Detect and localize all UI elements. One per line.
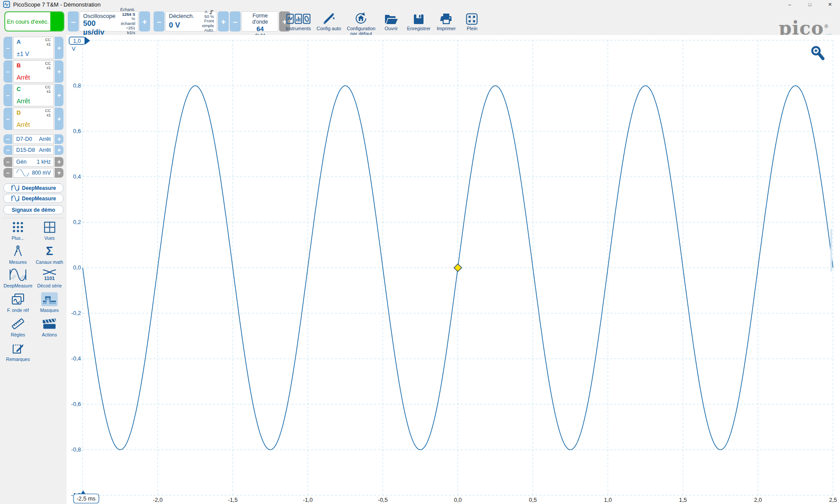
y-axis-scale-flag[interactable]: 1,0 bbox=[69, 37, 90, 45]
run-stop-button[interactable]: En cours d'exéc. bbox=[4, 11, 64, 32]
d15-d8-minus-button[interactable]: – bbox=[4, 145, 12, 155]
demo-signals-button[interactable]: Signaux de démo bbox=[4, 205, 63, 214]
home-reset-icon bbox=[354, 12, 368, 25]
channel-b-card[interactable]: B CCx1 Arrêt bbox=[13, 60, 54, 83]
svg-text:1,0: 1,0 bbox=[73, 38, 80, 44]
timebase-panel[interactable]: Oscilloscope 500 µs/div Échanti. 1254 S … bbox=[80, 11, 138, 32]
waveform-view[interactable]: 0,80,60,40,20,0-0,2-0,4-0,6-0,8-1,0-2,0-… bbox=[66, 35, 840, 504]
x-tick-label: -0,5 bbox=[378, 497, 388, 503]
channel-a-minus-button[interactable]: – bbox=[4, 37, 12, 59]
rulers-button[interactable]: Règles bbox=[4, 317, 32, 337]
x-axis-time-tag[interactable]: -2,5 ms bbox=[74, 494, 99, 503]
close-button[interactable]: ✕ bbox=[820, 0, 840, 9]
math-channels-button[interactable]: Σ Canaux math bbox=[34, 244, 65, 265]
channel-b-panel: – B CCx1 Arrêt + bbox=[4, 60, 63, 83]
timebase-increase-button[interactable]: + bbox=[139, 11, 150, 32]
trigger-group: – Déclench. 0 V A 50 % Front simple Auto… bbox=[154, 11, 229, 32]
sigma-icon: Σ bbox=[46, 245, 53, 257]
channel-a-card[interactable]: A CCx1 ±1 V bbox=[13, 37, 54, 59]
x-tick-label: 2,0 bbox=[754, 497, 762, 503]
fullscreen-button[interactable]: Plein bbox=[460, 11, 484, 36]
x-tick-label: 1,0 bbox=[604, 497, 612, 503]
trigger-level-value: 0 V bbox=[169, 21, 194, 30]
channel-d-card[interactable]: D CCx1 Arrêt bbox=[13, 108, 54, 130]
d15-d8-status: Arrêt bbox=[39, 147, 51, 153]
svg-text:1101: 1101 bbox=[44, 276, 55, 281]
magic-wand-icon bbox=[323, 13, 335, 25]
channel-b-plus-button[interactable]: + bbox=[55, 60, 63, 83]
channel-b-minus-button[interactable]: – bbox=[4, 60, 12, 83]
timebase-decrease-button[interactable]: – bbox=[68, 11, 79, 32]
gen-frequency-plus-button[interactable]: + bbox=[55, 157, 63, 167]
run-indicator[interactable] bbox=[50, 12, 63, 31]
trigger-decrease-button[interactable]: – bbox=[154, 11, 164, 32]
y-tick-label: 0,4 bbox=[73, 173, 81, 180]
channel-c-card[interactable]: C CCx1 Arrêt bbox=[13, 84, 54, 106]
views-button[interactable]: Vues bbox=[34, 220, 65, 241]
default-setup-button[interactable]: Configurationpar défaut bbox=[345, 11, 378, 36]
picoscope-app-icon bbox=[3, 1, 10, 8]
d15-d8-plus-button[interactable]: + bbox=[55, 145, 63, 155]
generator-frequency: 1 kHz bbox=[37, 159, 51, 165]
generator-frequency-panel: – Gén 1 kHz + bbox=[4, 157, 63, 167]
sampling-info: Échanti. 1254 S % échantil ~251 kS/s bbox=[116, 13, 135, 30]
maximize-button[interactable]: □ bbox=[800, 0, 820, 9]
masks-button[interactable]: Masques bbox=[34, 292, 65, 313]
zoom-in-icon[interactable] bbox=[810, 45, 825, 62]
ruler-icon bbox=[11, 317, 24, 330]
run-status-label: En cours d'exéc. bbox=[5, 12, 50, 31]
deepmeasure-icon bbox=[11, 185, 20, 191]
gen-amplitude-minus-button[interactable]: – bbox=[4, 168, 12, 178]
window-title: PicoScope 7 T&M - Démonstration bbox=[13, 1, 101, 8]
waveform-previous-button[interactable]: – bbox=[230, 11, 241, 32]
open-button[interactable]: Ouvrir bbox=[379, 11, 403, 36]
d15-d8-card[interactable]: D15-D8 Arrêt bbox=[13, 145, 54, 155]
d7-d0-card[interactable]: D7-D0 Arrêt bbox=[13, 134, 54, 144]
d7-d0-minus-button[interactable]: – bbox=[4, 134, 12, 144]
save-button[interactable]: Enregistrer bbox=[405, 11, 433, 36]
deepmeasure-tool-button[interactable]: DeepMeasure bbox=[4, 268, 32, 288]
channel-a-panel: – A CCx1 ±1 V + bbox=[4, 37, 63, 59]
deepmeasure-button-2[interactable]: DeepMeasure bbox=[4, 194, 63, 203]
auto-setup-button[interactable]: Config auto bbox=[314, 11, 343, 36]
instruments-button[interactable]: Instruments bbox=[284, 11, 313, 36]
printer-icon bbox=[440, 13, 452, 25]
y-tick-label: -0,2 bbox=[71, 310, 81, 316]
print-button[interactable]: Imprimer bbox=[434, 11, 458, 36]
trigger-panel[interactable]: Déclench. 0 V A 50 % Front simple Auto. bbox=[165, 11, 217, 32]
minimize-button[interactable]: – bbox=[780, 0, 800, 9]
channel-c-minus-button[interactable]: – bbox=[4, 84, 12, 106]
serial-decoding-button[interactable]: 1101 Décod série bbox=[34, 268, 65, 288]
waveform-panel[interactable]: Forme d'onde 64 de 64 bbox=[242, 11, 278, 32]
trigger-marker[interactable] bbox=[454, 264, 462, 272]
y-tick-label: 0,6 bbox=[73, 128, 81, 134]
gen-frequency-minus-button[interactable]: – bbox=[4, 157, 12, 167]
notes-button[interactable]: Remarques bbox=[4, 341, 32, 362]
channel-d-panel: – D CCx1 Arrêt + bbox=[4, 108, 63, 130]
generator-card[interactable]: Gén 1 kHz bbox=[13, 157, 54, 167]
channel-c-plus-button[interactable]: + bbox=[55, 84, 63, 106]
gen-amplitude-plus-button[interactable]: + bbox=[55, 168, 63, 178]
channel-a-plus-button[interactable]: + bbox=[55, 37, 63, 59]
channel-d-minus-button[interactable]: – bbox=[4, 108, 12, 130]
axis-scrollbar[interactable] bbox=[830, 229, 832, 272]
actions-button[interactable]: Actions bbox=[34, 317, 65, 337]
timebase-title: Oscilloscope bbox=[83, 13, 116, 19]
waveform-plot[interactable]: 0,80,60,40,20,0-0,2-0,4-0,6-0,8-1,0-2,0-… bbox=[66, 35, 840, 504]
open-folder-icon bbox=[384, 14, 398, 25]
trigger-increase-button[interactable]: + bbox=[218, 11, 229, 32]
waveform-title: Forme d'onde bbox=[245, 13, 275, 25]
x-tick-label: -2,0 bbox=[153, 497, 162, 503]
d7-d0-status: Arrêt bbox=[39, 136, 51, 142]
measurements-button[interactable]: Mesures bbox=[4, 244, 32, 265]
d7-d0-plus-button[interactable]: + bbox=[55, 134, 63, 144]
digital-d15-d8-panel: – D15-D8 Arrêt + bbox=[4, 145, 63, 155]
generator-amplitude-card[interactable]: 800 mV bbox=[13, 168, 54, 178]
channel-d-plus-button[interactable]: + bbox=[55, 108, 63, 130]
deepmeasure-button-1[interactable]: DeepMeasure bbox=[4, 183, 63, 192]
generator-amplitude: 800 mV bbox=[32, 170, 51, 176]
more-button[interactable]: Plus... bbox=[4, 220, 32, 241]
x-tick-label: -1,5 bbox=[228, 497, 238, 503]
waveform-nav-group: – Forme d'onde 64 de 64 + bbox=[230, 11, 290, 32]
reference-waveforms-button[interactable]: F. onde réf bbox=[4, 292, 32, 313]
